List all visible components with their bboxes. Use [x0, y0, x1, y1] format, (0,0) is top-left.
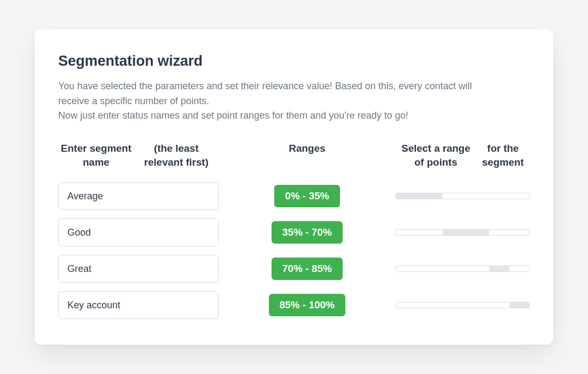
slider-fill [509, 302, 529, 308]
range-badge: 70% - 85% [272, 258, 343, 280]
slider-fill [443, 230, 489, 235]
slider-fill [489, 266, 509, 271]
page-title: Segmentation wizard [58, 53, 530, 69]
segment-name-input[interactable] [58, 291, 219, 319]
segment-name-input[interactable] [58, 219, 219, 246]
range-slider[interactable] [396, 266, 530, 272]
description-line-2: Now just enter status names and set poin… [58, 108, 497, 123]
column-header-name: Enter segment name(the least relevant fi… [58, 142, 219, 173]
range-badge: 0% - 35% [274, 185, 339, 207]
range-badge: 35% - 70% [272, 221, 343, 244]
range-slider[interactable] [396, 193, 530, 199]
segment-name-input[interactable] [58, 255, 219, 283]
segment-name-input[interactable] [58, 182, 219, 210]
range-slider[interactable] [396, 302, 530, 308]
column-header-ranges: Ranges [240, 142, 374, 173]
slider-fill [396, 193, 443, 199]
segments-table: Enter segment name(the least relevant fi… [58, 142, 530, 319]
column-header-slider: Select a range of pointsfor the segment [396, 142, 530, 173]
range-slider[interactable] [396, 229, 530, 236]
range-badge: 85% - 100% [269, 294, 346, 316]
page-description: You have selected the parameters and set… [58, 79, 497, 124]
segmentation-wizard-card: Segmentation wizard You have selected th… [35, 29, 553, 345]
description-line-1: You have selected the parameters and set… [58, 81, 472, 106]
